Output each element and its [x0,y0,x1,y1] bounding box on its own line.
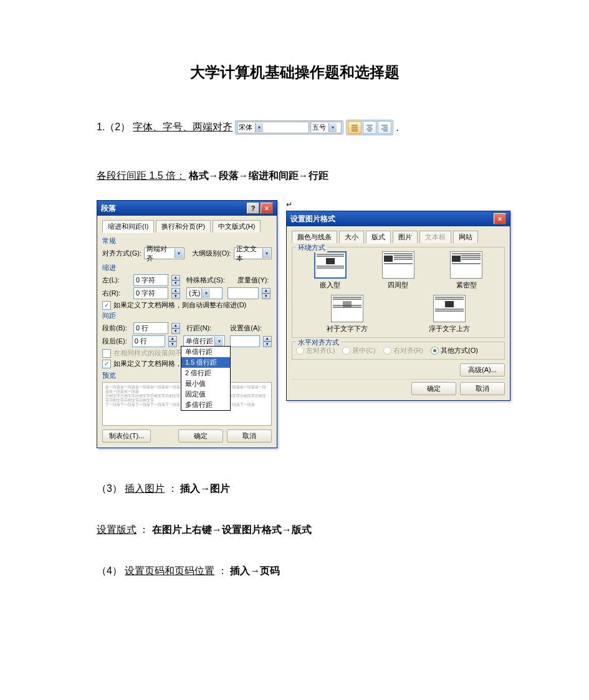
wrap-behind-label: 衬于文字下方 [327,324,368,333]
tab-textbox[interactable]: 文本框 [419,231,451,243]
advanced-button[interactable]: 高级(A)... [460,363,505,376]
spin-down-icon[interactable]: ▾ [171,280,180,286]
checkbox-noadd[interactable] [102,349,111,358]
option-1p5[interactable]: 1.5 倍行距 [181,357,230,368]
wrap-tight[interactable]: 紧密型 [448,251,485,290]
cancel-button[interactable]: 取消 [227,429,272,443]
linespacing-value: 单倍行距 [186,337,213,346]
dialog-title: 段落 [101,203,116,214]
font-size-value: 五号 [312,123,326,132]
close-icon[interactable]: × [494,213,506,224]
dialog-titlebar[interactable]: 段落 ? × [97,201,277,216]
tabstops-button[interactable]: 制表位(T)... [102,429,151,443]
item-2-line: 1.（2） 字体、字号、两端对齐 宋体 ▾ 五号 ▾ [97,120,539,135]
align-combo[interactable]: 两端对齐▾ [144,247,184,259]
special-value: (无) [189,289,200,298]
close-icon[interactable]: × [261,203,273,214]
wrap-square[interactable]: 四周型 [380,251,417,290]
item-underline: 插入图片 [125,483,165,494]
help-icon[interactable]: ? [247,203,259,214]
cancel-button[interactable]: 取消 [460,382,505,395]
tab-asian[interactable]: 中文版式(H) [213,220,261,233]
ok-button[interactable]: 确定 [411,382,456,395]
wrap-legend: 环绕方式 [296,243,327,252]
right-spinner[interactable]: 0 字符 [133,287,168,299]
radio-center[interactable] [342,347,350,355]
wrap-front[interactable]: 浮于文字上方 [421,295,477,333]
at-spinner[interactable] [230,335,260,347]
option-min[interactable]: 最小值 [181,378,230,389]
chevron-down-icon[interactable]: ▾ [175,249,183,258]
spin-down-icon[interactable]: ▾ [171,294,180,299]
period: . [396,122,398,133]
spin-up-icon[interactable]: ▴ [263,336,272,342]
tab-web[interactable]: 网站 [453,231,478,243]
spacing-under: 各段行间距 1.5 倍： [97,170,186,181]
radio-right-label: 右对齐(R) [393,346,423,355]
paragraph-dialog: 段落 ? × 缩进和间距(I) 换行和分页(P) 中文版式(H) 常规 [97,200,277,448]
ok-button[interactable]: 确定 [178,429,223,443]
linespacing-label: 行距(N): [186,324,211,333]
spin-down-icon[interactable]: ▾ [263,342,272,347]
dialog-titlebar[interactable]: 设置图片格式 × [287,211,510,226]
font-size-combo[interactable]: 五号 ▾ [310,122,342,133]
linespacing-dropdown[interactable]: 单倍行距 1.5 倍行距 2 倍行距 最小值 固定值 多倍行距 [181,346,231,411]
spin-up-icon[interactable]: ▴ [171,275,180,280]
section-indent: 缩进 [102,263,272,272]
after-spinner[interactable]: 0 行 [132,335,166,347]
chevron-down-icon[interactable]: ▾ [255,123,263,132]
checkbox-grid-indent[interactable]: ✓ [102,301,111,310]
spin-up-icon[interactable]: ▴ [168,336,177,342]
tab-indent[interactable]: 缩进和间距(I) [102,220,154,233]
align-label: 对齐方式(G): [102,249,141,258]
radio-other[interactable] [431,347,439,355]
spin-up-icon[interactable]: ▴ [171,288,180,294]
page-title: 大学计算机基础操作题和选择题 [0,62,589,82]
item-3-line: （3） 插入图片 ： 插入→图片 [97,482,539,496]
picture-format-dialog: 设置图片格式 × 颜色与线条 大小 版式 图片 文本框 网站 [286,211,510,401]
radio-center-label: 居中(C) [352,346,375,355]
chevron-down-icon[interactable]: ▾ [262,249,271,258]
before-spinner[interactable]: 0 行 [133,322,168,334]
align-justify-button[interactable] [348,121,362,134]
dialog-title: 设置图片格式 [290,214,335,224]
chevron-down-icon[interactable]: ▾ [214,337,223,346]
chevron-down-icon[interactable]: ▾ [328,123,337,132]
spin-down-icon[interactable]: ▾ [168,342,177,347]
tab-layout[interactable]: 版式 [366,231,391,244]
before-value: 0 行 [136,324,148,333]
spin-up-icon[interactable]: ▴ [171,323,180,328]
outline-combo[interactable]: 正文文本▾ [234,247,272,259]
option-double[interactable]: 2 倍行距 [181,368,230,378]
spin-down-icon[interactable]: ▾ [262,294,271,299]
after-value: 0 行 [135,337,147,346]
align-center-button[interactable] [363,121,376,134]
option-single[interactable]: 单倍行距 [181,347,230,357]
tab-picture[interactable]: 图片 [393,231,418,243]
option-multi[interactable]: 多倍行距 [181,400,230,410]
chevron-down-icon[interactable]: ▾ [201,289,210,298]
tabstrip: 颜色与线条 大小 版式 图片 文本框 网站 [292,230,505,243]
checkbox-grid2[interactable]: ✓ [102,360,111,368]
wrap-inline[interactable]: 嵌入型 [312,251,349,290]
item-prefix: （3） [97,483,122,494]
by-spinner[interactable] [227,287,259,299]
option-fixed[interactable]: 固定值 [181,389,230,400]
special-combo[interactable]: (无)▾ [186,287,223,299]
spin-up-icon[interactable]: ▴ [262,288,271,294]
align-right-button[interactable] [378,121,391,134]
tab-size[interactable]: 大小 [339,231,364,243]
radio-right[interactable] [383,347,391,355]
tab-pagebreak[interactable]: 换行和分页(P) [156,220,211,233]
radio-left[interactable] [296,347,304,355]
spin-down-icon[interactable]: ▾ [171,328,180,334]
font-combo-value: 宋体 [239,123,252,132]
item-path: 在图片上右键→设置图片格式→版式 [152,524,312,535]
align-value: 两端对齐 [146,244,173,263]
font-combo[interactable]: 宋体 ▾ [237,122,309,133]
dialog-screenshots: 段落 ? × 缩进和间距(I) 换行和分页(P) 中文版式(H) 常规 [97,200,539,448]
item-4-line: （4） 设置页码和页码位置 ： 插入→页码 [97,565,539,578]
wrap-behind[interactable]: 衬于文字下方 [319,295,375,333]
tab-color[interactable]: 颜色与线条 [292,231,337,243]
left-spinner[interactable]: 0 字符 [133,274,168,286]
